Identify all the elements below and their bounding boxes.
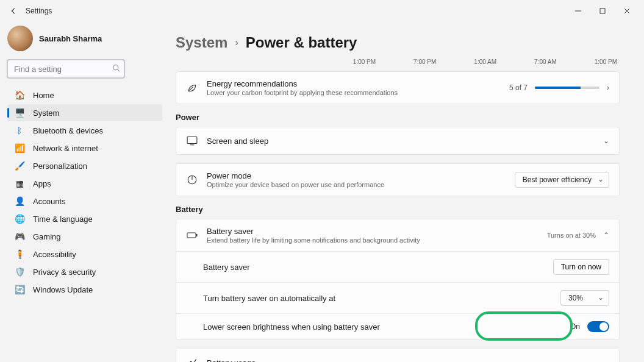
svg-rect-4 [187,137,197,143]
row-title: Screen and sleep [207,137,603,146]
svg-rect-8 [187,233,196,238]
close-button[interactable] [615,2,639,20]
sidebar-item-network[interactable]: 📶Network & internet [7,140,162,157]
section-power-label: Power [176,113,620,122]
bluetooth-icon: ᛒ [13,124,26,137]
system-icon: 🖥️ [13,107,26,119]
power-mode-row[interactable]: Power mode Optimize your device based on… [176,164,619,196]
energy-sub: Lower your carbon footprint by applying … [207,89,509,96]
row-title: Battery saver [207,227,547,236]
maximize-button[interactable] [590,2,615,20]
sidebar-item-accessibility[interactable]: 🧍Accessibility [7,246,162,263]
sidebar-item-label: Windows Update [33,285,93,294]
energy-recommendations-card[interactable]: Energy recommendations Lower your carbon… [176,71,620,104]
battery-saver-status: Turns on at 30% [547,232,596,239]
screen-icon [186,135,198,147]
sidebar-item-label: Time & language [33,215,93,224]
brush-icon: 🖌️ [13,160,26,172]
svg-line-3 [118,69,120,71]
leaf-icon [186,82,198,94]
user-name: Saurabh Sharma [39,34,102,43]
sidebar-item-home[interactable]: 🏠Home [7,87,162,104]
chart-icon [186,357,198,362]
sidebar-item-label: Apps [33,179,51,188]
breadcrumb-root[interactable]: System [176,34,227,51]
battery-saver-header[interactable]: Battery saver Extend battery life by lim… [176,219,619,251]
lower-brightness-toggle[interactable] [587,321,609,332]
chevron-down-icon: ⌄ [603,137,609,145]
battery-saver-threshold-select[interactable]: 30% [560,290,609,306]
battery-saver-toggle-row: Battery saver Turn on now [176,251,619,282]
back-button[interactable] [5,2,22,20]
search-input[interactable] [7,60,124,78]
section-battery-label: Battery [176,205,620,214]
energy-progress [535,87,599,89]
chevron-right-icon: › [607,83,609,92]
search-icon [112,64,120,74]
sidebar-item-bluetooth[interactable]: ᛒBluetooth & devices [7,122,162,139]
sidebar-item-system[interactable]: 🖥️System [7,104,162,121]
sidebar-item-time[interactable]: 🌐Time & language [7,210,162,227]
breadcrumb-current: Power & battery [246,34,357,51]
sidebar-item-apps[interactable]: ▦Apps [7,175,162,192]
wifi-icon: 📶 [13,142,26,154]
sidebar-item-label: Home [33,91,54,100]
sidebar-item-accounts[interactable]: 👤Accounts [7,193,162,210]
window-title: Settings [26,7,52,15]
accessibility-icon: 🧍 [13,248,26,260]
row-sub: Extend battery life by limiting some not… [207,236,547,244]
energy-title: Energy recommendations [207,79,509,88]
globe-icon: 🌐 [13,213,26,225]
sidebar-item-label: Gaming [33,232,61,241]
home-icon: 🏠 [13,89,26,101]
breadcrumb: System › Power & battery [176,34,620,51]
gaming-icon: 🎮 [13,230,26,243]
sidebar-item-personalization[interactable]: 🖌️Personalization [7,157,162,174]
sidebar-item-gaming[interactable]: 🎮Gaming [7,228,162,245]
shield-icon: 🛡️ [13,266,26,278]
chevron-up-icon: ⌃ [603,231,609,240]
chevron-down-icon: ⌄ [603,358,609,362]
sidebar-item-label: Accounts [33,197,65,206]
row-sub: Optimize your device based on power use … [207,181,515,188]
row-title: Power mode [207,171,515,180]
update-icon: 🔄 [13,283,26,296]
battery-saver-auto-row: Turn battery saver on automatically at 3… [176,282,619,313]
energy-count: 5 of 7 [509,83,528,92]
accounts-icon: 👤 [13,195,26,207]
sidebar-item-update[interactable]: 🔄Windows Update [7,281,162,298]
svg-rect-1 [600,9,605,13]
sidebar-item-label: Accessibility [33,250,76,259]
battery-usage-row[interactable]: Battery usage ⌄ [176,349,619,362]
lower-brightness-row: Lower screen brightness when using batte… [176,313,619,339]
sidebar-item-privacy[interactable]: 🛡️Privacy & security [7,263,162,280]
apps-icon: ▦ [13,177,26,190]
sidebar-item-label: Network & internet [33,144,98,153]
avatar[interactable] [7,26,33,51]
battery-icon [186,229,198,241]
power-icon [186,174,198,186]
chevron-right-icon: › [235,37,238,48]
timeline: 1:00 PM 7:00 PM 1:00 AM 7:00 AM 1:00 PM [176,55,620,71]
power-mode-select[interactable]: Best power efficiency [515,172,609,188]
screen-sleep-row[interactable]: Screen and sleep ⌄ [176,127,619,154]
svg-point-2 [113,65,118,70]
sidebar-item-label: Personalization [33,161,87,171]
sidebar-item-label: Privacy & security [33,268,96,277]
turn-on-now-button[interactable]: Turn on now [553,259,609,275]
svg-rect-9 [196,234,198,236]
sidebar-item-label: Bluetooth & devices [33,126,103,135]
sidebar-item-label: System [33,108,59,118]
minimize-button[interactable] [566,2,590,20]
toggle-state: On [570,322,580,331]
